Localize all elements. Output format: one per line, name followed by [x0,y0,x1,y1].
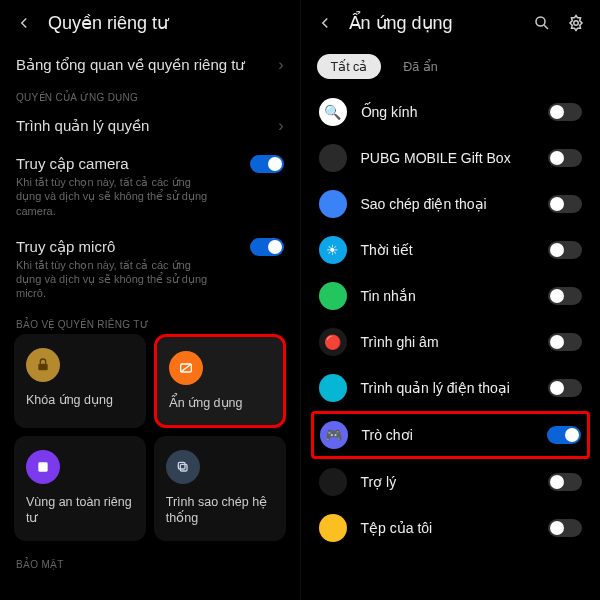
app-row[interactable]: Tệp của tôi [311,505,591,551]
page-title: Quyền riêng tư [48,12,168,34]
app-toggle[interactable] [548,473,582,491]
section-privacy-protect: BẢO VỆ QUYỀN RIÊNG TƯ [0,311,300,334]
tab-hidden[interactable]: Đã ẩn [389,54,451,79]
chevron-right-icon: › [278,117,283,135]
app-list: 🔍Ống kínhPUBG MOBILE Gift BoxSao chép đi… [301,89,601,551]
tile-hide-apps[interactable]: Ẩn ứng dụng [154,334,286,428]
copy-icon [166,450,200,484]
settings-icon[interactable] [566,13,586,33]
lock-icon [26,348,60,382]
app-toggle[interactable] [548,195,582,213]
app-icon: 🔍 [319,98,347,126]
svg-rect-3 [180,464,187,471]
app-icon [319,282,347,310]
app-name: Trợ lý [361,474,535,490]
app-toggle[interactable] [548,149,582,167]
svg-rect-0 [38,363,47,370]
left-header: Quyền riêng tư [0,0,300,46]
app-toggle[interactable] [548,287,582,305]
app-name: Thời tiết [361,242,535,258]
app-icon [319,144,347,172]
filter-tabs: Tất cả Đã ẩn [301,46,601,89]
permission-manager-row[interactable]: Trình quản lý quyền › [0,107,300,145]
back-icon[interactable] [14,13,34,33]
app-toggle[interactable] [548,333,582,351]
app-name: Sao chép điện thoại [361,196,535,212]
app-icon [319,374,347,402]
back-icon[interactable] [315,13,335,33]
micro-access-row[interactable]: Truy cập micrô Khi tắt tùy chọn này, tất… [0,228,300,311]
app-toggle[interactable] [548,241,582,259]
app-row[interactable]: Trình quản lý điện thoại [311,365,591,411]
tile-app-lock[interactable]: Khóa ứng dụng [14,334,146,428]
hide-icon [169,351,203,385]
section-security: BẢO MẬT [0,551,300,574]
tile-system-backup[interactable]: Trình sao chép hệ thống [154,436,286,541]
app-row[interactable]: Trợ lý [311,459,591,505]
app-icon [319,190,347,218]
app-toggle[interactable] [548,519,582,537]
app-name: Trình quản lý điện thoại [361,380,535,396]
privacy-settings-pane: Quyền riêng tư Bảng tổng quan về quyền r… [0,0,300,600]
section-app-permissions: QUYỀN CỦA ỨNG DỤNG [0,84,300,107]
app-row[interactable]: Sao chép điện thoại [311,181,591,227]
privacy-tiles: Khóa ứng dụng Ẩn ứng dụng Vùng an toàn r… [0,334,300,541]
svg-rect-4 [178,462,185,469]
camera-toggle[interactable] [250,155,284,173]
app-icon [319,468,347,496]
app-toggle[interactable] [548,103,582,121]
safe-icon [26,450,60,484]
app-name: Tệp của tôi [361,520,535,536]
app-name: Ống kính [361,104,535,120]
tile-private-safe[interactable]: Vùng an toàn riêng tư [14,436,146,541]
chevron-right-icon: › [278,56,283,74]
page-title: Ẩn ứng dụng [349,12,453,34]
tab-all[interactable]: Tất cả [317,54,382,79]
app-row[interactable]: Tin nhắn [311,273,591,319]
app-name: PUBG MOBILE Gift Box [361,150,535,166]
app-toggle[interactable] [547,426,581,444]
right-header: Ẩn ứng dụng [301,0,601,46]
micro-toggle[interactable] [250,238,284,256]
svg-rect-2 [38,462,47,471]
search-icon[interactable] [532,13,552,33]
app-row[interactable]: 🔍Ống kính [311,89,591,135]
app-toggle[interactable] [548,379,582,397]
app-icon [319,514,347,542]
svg-point-6 [574,21,579,26]
hide-apps-pane: Ẩn ứng dụng Tất cả Đã ẩn 🔍Ống kínhPUBG M… [300,0,601,600]
svg-point-5 [536,17,545,26]
app-name: Trình ghi âm [361,334,535,350]
app-icon: 🔴 [319,328,347,356]
app-icon: 🎮 [320,421,348,449]
app-name: Trò chơi [362,427,534,443]
app-row[interactable]: PUBG MOBILE Gift Box [311,135,591,181]
app-row[interactable]: ☀Thời tiết [311,227,591,273]
app-name: Tin nhắn [361,288,535,304]
app-row[interactable]: 🎮Trò chơi [311,411,591,459]
app-icon: ☀ [319,236,347,264]
app-row[interactable]: 🔴Trình ghi âm [311,319,591,365]
camera-access-row[interactable]: Truy cập camera Khi tắt tùy chọn này, tấ… [0,145,300,228]
privacy-overview-row[interactable]: Bảng tổng quan về quyền riêng tư › [0,46,300,84]
